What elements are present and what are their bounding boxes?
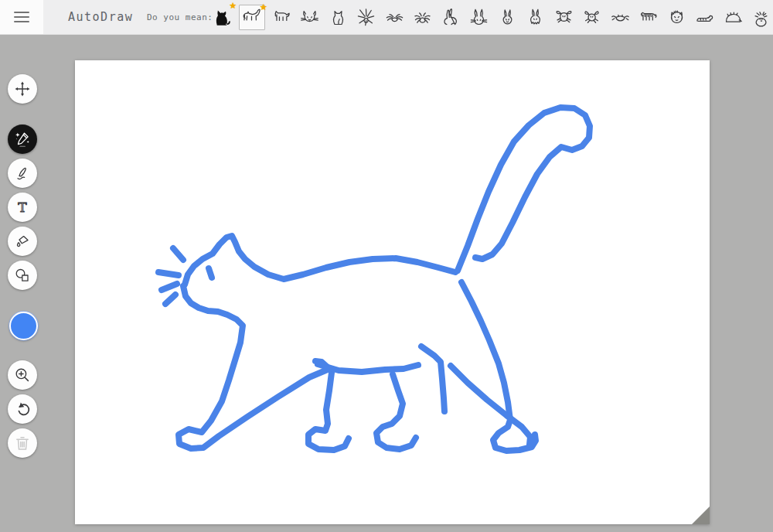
- delete-tool-button: [8, 428, 37, 458]
- suggest-label: Do you mean:: [147, 0, 213, 34]
- suggestion-hedgehog[interactable]: [721, 4, 744, 30]
- crab2-icon: [581, 7, 602, 28]
- cat-stroke: [179, 286, 329, 448]
- suggestion-crab[interactable]: [552, 4, 575, 30]
- cat-stroke: [458, 107, 590, 271]
- cat-drawing: [75, 60, 710, 524]
- suggestion-walking-tiger[interactable]: [637, 4, 660, 30]
- cat-stroke: [162, 284, 177, 290]
- autodraw-tool-button[interactable]: [8, 124, 37, 154]
- suggestion-walking-cat[interactable]: ★: [239, 5, 265, 30]
- cat-stroke: [308, 373, 349, 450]
- suggestion-rabbit-face[interactable]: [468, 4, 491, 30]
- star-badge-icon: ★: [229, 2, 237, 10]
- suggestion-tiger-face[interactable]: [665, 4, 688, 30]
- suggestion-tarantula[interactable]: [411, 4, 434, 30]
- zoom-tool-button[interactable]: [8, 360, 37, 390]
- suggestion-crab-2[interactable]: [581, 4, 604, 30]
- hamburger-icon: [14, 9, 29, 26]
- suggestion-rabbit[interactable]: [439, 4, 462, 30]
- suggestion-small-spider[interactable]: [383, 4, 406, 30]
- rabbit-face2-icon: [497, 7, 518, 28]
- type-tool-button[interactable]: T: [8, 193, 37, 222]
- color-tool-button[interactable]: [9, 312, 38, 340]
- suggestion-sitting-cat[interactable]: [326, 4, 349, 30]
- suggestion-hedgehog-face[interactable]: [750, 4, 773, 30]
- suggestion-lying-tiger[interactable]: [693, 4, 717, 30]
- trash-icon: [13, 434, 32, 452]
- suggestion-standing-cat[interactable]: [270, 4, 293, 30]
- cat-standing-icon: [271, 7, 292, 28]
- cat-stroke: [421, 346, 444, 411]
- suggestion-bunny-head[interactable]: [495, 4, 519, 30]
- cat-stroke: [318, 364, 418, 372]
- tarantula-icon: [412, 7, 433, 28]
- cat-sitting-icon: [328, 7, 349, 28]
- rabbit-fluffy-icon: [525, 7, 546, 28]
- top-bar: AutoDraw Do you mean: ★★: [0, 0, 773, 35]
- spider-radial-icon: [356, 7, 376, 28]
- hedgehog-face-icon: [751, 7, 771, 28]
- crab-icon: [553, 7, 574, 28]
- suggestion-wide-crab[interactable]: [608, 4, 632, 30]
- undo-tool-button[interactable]: [8, 394, 37, 424]
- cat-stroke: [376, 374, 416, 449]
- cat-stroke: [209, 268, 212, 278]
- cat-stroke: [173, 248, 183, 260]
- suggestion-fluffy-bunny[interactable]: [524, 4, 547, 30]
- drawing-canvas[interactable]: [75, 60, 710, 524]
- hedgehog-icon: [723, 7, 744, 28]
- suggestion-strip: ★★: [210, 0, 773, 34]
- select-tool-button[interactable]: [8, 74, 37, 104]
- cat-stroke: [451, 366, 530, 445]
- spider-side-icon: [384, 7, 405, 28]
- suggestion-spider[interactable]: [355, 4, 378, 30]
- fill-tool-button[interactable]: [8, 227, 37, 256]
- rabbit-side-icon: [441, 7, 461, 28]
- pencil-icon: [13, 164, 32, 182]
- suggestion-cat-silhouette[interactable]: ★: [210, 4, 233, 30]
- magic-pencil-icon: [12, 129, 32, 149]
- text-icon: T: [13, 198, 32, 217]
- cat-face-icon: [299, 7, 320, 28]
- tiger-walking-icon: [638, 7, 659, 28]
- cat-stroke: [165, 295, 175, 304]
- tiger-face-icon: [666, 7, 687, 28]
- crab-wide-icon: [610, 7, 631, 28]
- svg-text:T: T: [18, 200, 27, 215]
- shape-tool-button[interactable]: [8, 261, 37, 290]
- fill-icon: [13, 232, 32, 251]
- shapes-icon: [13, 266, 32, 285]
- zoom-in-icon: [13, 366, 32, 384]
- rabbit-face-icon: [468, 7, 489, 28]
- suggestion-cat-face[interactable]: [298, 4, 322, 30]
- canvas-resize-handle[interactable]: [692, 506, 710, 524]
- app-title: AutoDraw: [68, 0, 133, 34]
- star-badge-icon: ★: [260, 3, 267, 12]
- cat-stroke: [185, 236, 455, 285]
- cat-stroke: [158, 272, 179, 275]
- move-icon: [13, 80, 32, 98]
- undo-icon: [13, 400, 32, 418]
- menu-button[interactable]: [0, 0, 43, 34]
- tiger-lying-icon: [694, 7, 715, 28]
- draw-tool-button[interactable]: [8, 159, 37, 188]
